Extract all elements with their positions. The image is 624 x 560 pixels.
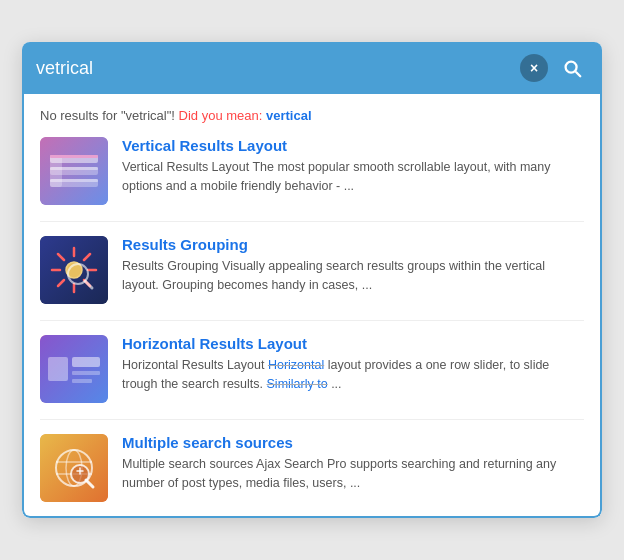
- result-item-grouping: Results Grouping Results Grouping Visual…: [40, 236, 584, 304]
- divider-2: [40, 320, 584, 321]
- no-results-prefix: No results for "vetrical"!: [40, 108, 179, 123]
- desc-highlight-h1: Horizontal: [268, 358, 324, 372]
- results-area: No results for "vetrical"! Did you mean:…: [22, 94, 602, 518]
- result-thumb-vertical: [40, 137, 108, 205]
- svg-rect-4: [50, 155, 62, 187]
- search-input[interactable]: [36, 58, 512, 79]
- result-title-vertical[interactable]: Vertical Results Layout: [122, 137, 584, 154]
- result-item-horizontal: Horizontal Results Layout Horizontal Res…: [40, 335, 584, 403]
- result-title-horizontal[interactable]: Horizontal Results Layout: [122, 335, 584, 352]
- search-widget: × No results for "vetrical"! Did you mea…: [22, 42, 602, 518]
- result-item-multi: Multiple search sources Multiple search …: [40, 434, 584, 502]
- result-desc-vertical: Vertical Results Layout The most popular…: [122, 158, 584, 196]
- search-input-wrapper: [36, 58, 512, 79]
- svg-rect-5: [50, 155, 98, 158]
- search-button[interactable]: [556, 52, 588, 84]
- clear-icon: ×: [530, 60, 538, 76]
- result-thumb-grouping: [40, 236, 108, 304]
- result-desc-horizontal: Horizontal Results Layout Horizontal lay…: [122, 356, 584, 394]
- suggestion-link[interactable]: vertical: [266, 108, 312, 123]
- clear-button[interactable]: ×: [520, 54, 548, 82]
- result-content-vertical: Vertical Results Layout Vertical Results…: [122, 137, 584, 196]
- svg-rect-7: [50, 179, 98, 182]
- divider-3: [40, 419, 584, 420]
- result-content-grouping: Results Grouping Results Grouping Visual…: [122, 236, 584, 295]
- thumb-image-vertical: [40, 137, 108, 205]
- search-icon: [561, 57, 583, 79]
- result-content-horizontal: Horizontal Results Layout Horizontal Res…: [122, 335, 584, 394]
- desc-highlight-h2: Similarly to: [267, 377, 328, 391]
- svg-rect-24: [72, 379, 92, 383]
- result-desc-multi: Multiple search sources Ajax Search Pro …: [122, 455, 584, 493]
- svg-rect-23: [72, 371, 100, 375]
- thumb-image-horizontal: [40, 335, 108, 403]
- svg-rect-6: [50, 167, 98, 170]
- search-bar: ×: [22, 42, 602, 94]
- result-item-vertical: Vertical Results Layout Vertical Results…: [40, 137, 584, 205]
- svg-rect-22: [72, 357, 100, 367]
- result-desc-grouping: Results Grouping Visually appealing sear…: [122, 257, 584, 295]
- result-title-grouping[interactable]: Results Grouping: [122, 236, 584, 253]
- result-content-multi: Multiple search sources Multiple search …: [122, 434, 584, 493]
- divider-1: [40, 221, 584, 222]
- did-you-mean-label: Did you mean:: [179, 108, 266, 123]
- no-results-message: No results for "vetrical"! Did you mean:…: [40, 108, 584, 123]
- desc-text-h1: Horizontal Results Layout: [122, 358, 268, 372]
- result-thumb-horizontal: [40, 335, 108, 403]
- result-title-multi[interactable]: Multiple search sources: [122, 434, 584, 451]
- thumb-image-grouping: [40, 236, 108, 304]
- desc-text-h3: ...: [328, 377, 342, 391]
- svg-rect-21: [48, 357, 68, 381]
- thumb-image-multi: [40, 434, 108, 502]
- result-thumb-multi: [40, 434, 108, 502]
